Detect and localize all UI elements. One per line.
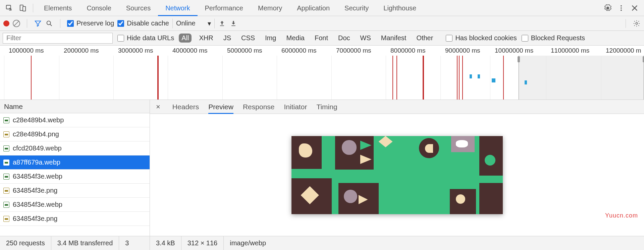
timeline-tick-label: 3000000 ms [118, 47, 153, 54]
request-row[interactable]: c28e489b4.webp [0, 113, 150, 127]
tab-elements[interactable]: Elements [37, 0, 79, 16]
status-three: 3 [119, 236, 135, 250]
timeline-handle-right[interactable] [643, 56, 644, 62]
request-name: 634854f3e.png [13, 215, 57, 223]
hide-data-urls-label: Hide data URLs [127, 34, 174, 42]
detail-tab-timing[interactable]: Timing [316, 100, 337, 114]
preserve-log-checkbox[interactable]: Preserve log [67, 19, 114, 27]
filter-icon[interactable] [34, 19, 42, 27]
svg-rect-9 [231, 25, 235, 26]
request-list[interactable]: c28e489b4.webpc28e489b4.pngcfcd20849.web… [0, 113, 150, 236]
timeline-tick-label: 4000000 ms [172, 47, 208, 54]
type-ws[interactable]: WS [358, 34, 374, 43]
filter-input[interactable] [3, 33, 113, 44]
device-toggle-icon[interactable] [18, 3, 28, 13]
record-button[interactable] [3, 20, 9, 26]
request-list-panel: Name c28e489b4.webpc28e489b4.pngcfcd2084… [0, 100, 150, 236]
has-blocked-cookies-label: Has blocked cookies [455, 34, 517, 42]
type-css[interactable]: CSS [238, 34, 258, 43]
detail-panel: × Headers Preview Response Initiator Tim… [150, 100, 644, 236]
settings-icon[interactable] [633, 19, 641, 27]
status-size: 3.4 kB [150, 236, 181, 250]
type-doc[interactable]: Doc [335, 34, 353, 43]
timeline-event-line [457, 56, 458, 100]
tab-sources[interactable]: Sources [119, 0, 158, 16]
timeline-event-line [396, 56, 397, 100]
timeline-handle-left[interactable] [518, 56, 520, 62]
throttle-value: Online [176, 19, 196, 27]
type-img[interactable]: Img [262, 34, 279, 43]
svg-point-4 [621, 5, 622, 6]
settings-icon[interactable] [603, 3, 612, 13]
request-row[interactable]: 634854f3e.png [0, 212, 150, 226]
tab-performance[interactable]: Performance [198, 0, 251, 16]
download-icon[interactable] [229, 19, 237, 27]
svg-point-6 [621, 9, 622, 11]
type-media[interactable]: Media [283, 34, 307, 43]
timeline-tick-label: 11000000 ms [551, 47, 589, 54]
detail-tab-initiator[interactable]: Initiator [284, 100, 307, 114]
tab-lighthouse[interactable]: Lighthouse [376, 0, 424, 16]
svg-point-7 [47, 21, 51, 24]
timeline-overview[interactable]: 1000000 ms2000000 ms3000000 ms4000000 ms… [0, 46, 644, 100]
upload-icon[interactable] [218, 19, 226, 27]
timeline-event-line [462, 56, 463, 100]
request-list-header[interactable]: Name [0, 100, 150, 113]
image-webp-icon [3, 145, 9, 151]
throttle-select[interactable]: Online ▾ [172, 18, 215, 28]
inspect-icon[interactable] [5, 3, 14, 13]
type-xhr[interactable]: XHR [196, 34, 216, 43]
chevron-down-icon: ▾ [208, 19, 211, 27]
network-toolbar: Preserve log Disable cache Online ▾ [0, 16, 644, 31]
clear-button[interactable] [13, 20, 20, 27]
request-row[interactable]: c28e489b4.png [0, 127, 150, 141]
request-row[interactable]: cfcd20849.webp [0, 141, 150, 155]
tab-memory[interactable]: Memory [251, 0, 289, 16]
type-manifest[interactable]: Manifest [378, 34, 409, 43]
image-webp-icon [3, 160, 9, 166]
more-icon[interactable] [616, 3, 626, 13]
request-row[interactable]: a87ff679a.webp [0, 155, 150, 170]
tab-network[interactable]: Network [158, 0, 197, 16]
timeline-tick-label: 6000000 ms [281, 47, 317, 54]
request-row[interactable]: 634854f3e.png [0, 184, 150, 198]
timeline-tick-label: 2000000 ms [64, 47, 99, 54]
svg-point-5 [621, 7, 622, 9]
timeline-data-dot [470, 74, 472, 78]
detail-tab-response[interactable]: Response [243, 100, 275, 114]
type-font[interactable]: Font [312, 34, 331, 43]
timeline-event-line [459, 56, 460, 100]
close-devtools-icon[interactable] [630, 3, 639, 13]
disable-cache-checkbox[interactable]: Disable cache [117, 19, 169, 27]
detail-tabs: × Headers Preview Response Initiator Tim… [150, 100, 644, 114]
blocked-requests-checkbox[interactable]: Blocked Requests [522, 34, 585, 42]
image-png-icon [3, 216, 9, 222]
request-name: a87ff679a.webp [13, 159, 60, 166]
svg-rect-2 [23, 6, 25, 11]
timeline-event-line [503, 56, 504, 100]
hide-data-urls-checkbox[interactable]: Hide data URLs [117, 34, 174, 42]
separator [33, 4, 33, 12]
has-blocked-cookies-checkbox[interactable]: Has blocked cookies [446, 34, 517, 42]
tab-application[interactable]: Application [289, 0, 337, 16]
request-name: c28e489b4.webp [13, 116, 64, 124]
timeline-event-line [158, 56, 159, 100]
timeline-tick-label: 8000000 ms [390, 47, 426, 54]
timeline-tick-label: 9000000 ms [445, 47, 480, 54]
detail-tab-preview[interactable]: Preview [208, 100, 233, 114]
status-requests: 250 requests [0, 236, 51, 250]
timeline-selection[interactable] [519, 56, 644, 100]
timeline-tick-label: 1000000 ms [9, 47, 44, 54]
type-all[interactable]: All [179, 34, 192, 43]
search-icon[interactable] [45, 19, 53, 27]
request-row[interactable]: 634854f3e.webp [0, 198, 150, 212]
request-row[interactable]: 634854f3e.webp [0, 170, 150, 184]
type-other[interactable]: Other [414, 34, 436, 43]
type-js[interactable]: JS [221, 34, 234, 43]
detail-tab-headers[interactable]: Headers [172, 100, 199, 114]
timeline-data-dot [493, 78, 495, 82]
preview-image [291, 136, 503, 214]
close-detail-icon[interactable]: × [153, 103, 163, 111]
tab-security[interactable]: Security [337, 0, 376, 16]
tab-console[interactable]: Console [79, 0, 118, 16]
